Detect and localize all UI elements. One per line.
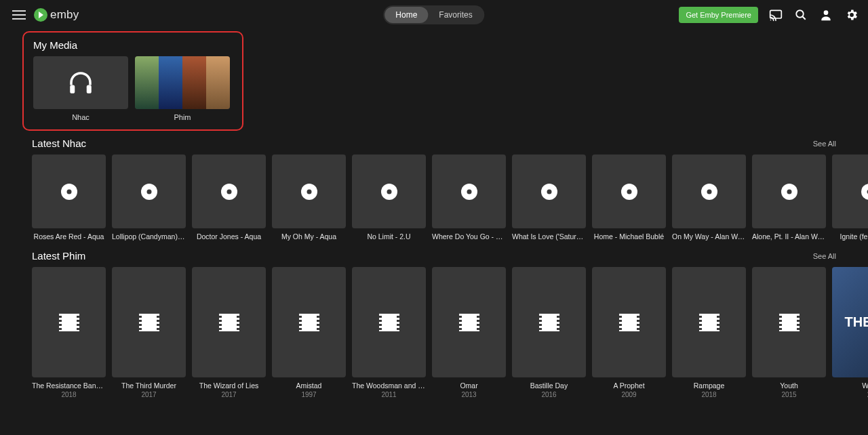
library-label: Phim — [135, 113, 230, 121]
track-title: Home - Michael Bublé — [592, 232, 666, 241]
phim-card[interactable]: The Resistance Banker2018 — [32, 267, 106, 398]
album-thumb — [32, 154, 106, 228]
film-icon — [62, 314, 77, 331]
album-thumb — [432, 154, 506, 228]
movie-title: Amistad — [272, 381, 346, 390]
nhac-card[interactable]: My Oh My - Aqua — [272, 154, 346, 241]
disc-icon — [61, 184, 77, 200]
track-title: Doctor Jones - Aqua — [192, 232, 266, 241]
play-circle-icon — [34, 8, 47, 22]
nhac-row: Roses Are Red - AquaLollipop (Candyman) … — [0, 154, 868, 241]
track-title: Ignite (feat. Julie... — [832, 232, 868, 241]
movie-thumb — [432, 267, 506, 377]
see-all-link[interactable]: See All — [813, 140, 836, 148]
nhac-card[interactable]: On My Way - Alan Walker — [672, 154, 746, 241]
section-title-mymedia: My Media — [33, 39, 233, 51]
album-thumb — [512, 154, 586, 228]
nhac-card[interactable]: What Is Love ('Saturday Night Li... — [512, 154, 586, 241]
disc-icon — [221, 184, 237, 200]
nhac-card[interactable]: Roses Are Red - Aqua — [32, 154, 106, 241]
phim-card[interactable]: The Third Murder2017 — [112, 267, 186, 398]
film-icon — [782, 314, 797, 331]
movie-title: Way — [832, 381, 868, 390]
nav-tabs: Home Favorites — [383, 5, 484, 24]
movie-year: 2018 — [32, 391, 106, 398]
movie-title: Bastille Day — [512, 381, 586, 390]
gear-icon — [845, 8, 859, 22]
phim-card[interactable]: Amistad1997 — [272, 267, 346, 398]
library-phim[interactable]: Phim — [135, 56, 230, 121]
nhac-card[interactable]: Home - Michael Bublé — [592, 154, 666, 241]
my-media-highlight: My Media Nhac Phim — [22, 31, 243, 131]
track-title: Lollipop (Candyman) - Aqua — [112, 232, 186, 241]
movie-title: A Prophet — [592, 381, 666, 390]
phim-card[interactable]: A Prophet2009 — [592, 267, 666, 398]
movie-title: Rampage — [672, 381, 746, 390]
album-thumb — [592, 154, 666, 228]
svg-line-6 — [802, 16, 806, 20]
svg-rect-1 — [12, 14, 26, 16]
svg-rect-0 — [12, 10, 26, 12]
movie-title: Omar — [432, 381, 506, 390]
menu-button[interactable] — [8, 4, 30, 26]
cast-button[interactable] — [768, 7, 784, 23]
movie-title: The Resistance Banker — [32, 381, 106, 390]
my-media-row: Nhac Phim — [33, 56, 233, 121]
tab-favorites[interactable]: Favorites — [428, 7, 483, 23]
movie-thumb — [672, 267, 746, 377]
phim-card[interactable]: THE VAWay2 — [832, 267, 868, 398]
disc-icon — [621, 184, 637, 200]
phim-row: The Resistance Banker2018The Third Murde… — [0, 267, 868, 398]
disc-icon — [861, 184, 869, 200]
nhac-card[interactable]: Alone, Pt. II - Alan Walker — [752, 154, 826, 241]
get-premiere-button[interactable]: Get Emby Premiere — [679, 7, 758, 23]
track-title: Where Do You Go - La Bouche — [432, 232, 506, 241]
phim-card[interactable]: The Woodsman and the Rain2011 — [352, 267, 426, 398]
movie-year: 1997 — [272, 391, 346, 398]
disc-icon — [461, 184, 477, 200]
library-thumb — [33, 56, 128, 109]
svg-point-5 — [796, 10, 804, 18]
search-button[interactable] — [793, 7, 808, 22]
cast-icon — [769, 8, 783, 22]
movie-thumb — [752, 267, 826, 377]
tab-home[interactable]: Home — [384, 7, 428, 23]
phim-card[interactable]: Youth2015 — [752, 267, 826, 398]
svg-point-4 — [770, 20, 772, 21]
phim-card[interactable]: Omar2013 — [432, 267, 506, 398]
movie-year: 2018 — [672, 391, 746, 398]
nhac-card[interactable]: Ignite (feat. Julie... — [832, 154, 868, 241]
nhac-card[interactable]: Doctor Jones - Aqua — [192, 154, 266, 241]
track-title: My Oh My - Aqua — [272, 232, 346, 241]
film-icon — [142, 314, 157, 331]
film-icon — [542, 314, 557, 331]
disc-icon — [781, 184, 797, 200]
movie-title: The Wizard of Lies — [192, 381, 266, 390]
movie-poster: THE VA — [832, 267, 868, 377]
album-thumb — [832, 154, 868, 228]
movie-thumb — [352, 267, 426, 377]
brand-logo[interactable]: emby — [34, 8, 79, 22]
settings-button[interactable] — [844, 7, 860, 23]
nhac-card[interactable]: Lollipop (Candyman) - Aqua — [112, 154, 186, 241]
user-button[interactable] — [818, 7, 834, 23]
disc-icon — [701, 184, 717, 200]
poster-collage — [135, 56, 230, 109]
library-nhac[interactable]: Nhac — [33, 56, 128, 121]
nhac-card[interactable]: Where Do You Go - La Bouche — [432, 154, 506, 241]
header-actions: Get Emby Premiere — [679, 7, 860, 23]
phim-card[interactable]: Bastille Day2016 — [512, 267, 586, 398]
user-icon — [819, 8, 833, 22]
disc-icon — [541, 184, 557, 200]
movie-year: 2009 — [592, 391, 666, 398]
track-title: No Limit - 2.U — [352, 232, 426, 241]
movie-title: The Woodsman and the Rain — [352, 381, 426, 390]
nhac-card[interactable]: No Limit - 2.U — [352, 154, 426, 241]
track-title: Roses Are Red - Aqua — [32, 232, 106, 241]
phim-card[interactable]: Rampage2018 — [672, 267, 746, 398]
phim-card[interactable]: The Wizard of Lies2017 — [192, 267, 266, 398]
see-all-link[interactable]: See All — [813, 252, 836, 260]
album-thumb — [112, 154, 186, 228]
film-icon — [382, 314, 397, 331]
disc-icon — [141, 184, 157, 200]
